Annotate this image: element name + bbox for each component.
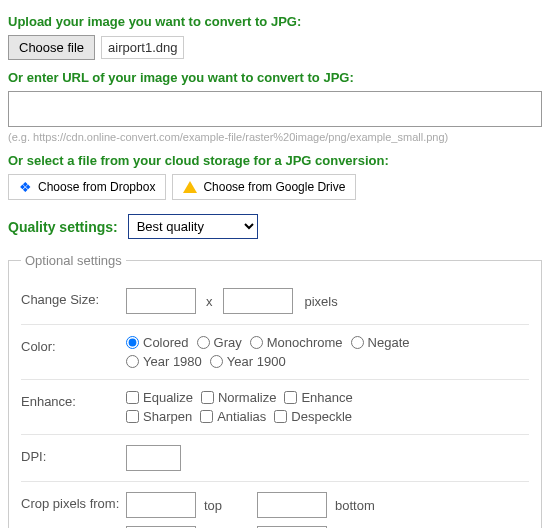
divider (21, 379, 529, 380)
color-text: Monochrome (267, 335, 343, 350)
divider (21, 481, 529, 482)
cb-equalize[interactable] (126, 391, 139, 404)
crop-top-label: top (204, 498, 249, 513)
radio-monochrome[interactable] (250, 336, 263, 349)
quality-label: Quality settings: (8, 219, 118, 235)
color-option-year1980[interactable]: Year 1980 (126, 354, 202, 369)
enhance-sharpen[interactable]: Sharpen (126, 409, 192, 424)
chosen-filename: airport1.dng (101, 36, 184, 59)
enhance-text: Enhance (301, 390, 352, 405)
cb-enhance[interactable] (284, 391, 297, 404)
radio-colored[interactable] (126, 336, 139, 349)
enhance-label: Enhance: (21, 390, 126, 409)
crop-row: Crop pixels from: top bottom left right (21, 492, 529, 528)
crop-label: Crop pixels from: (21, 492, 126, 511)
choose-file-button[interactable]: Choose file (8, 35, 95, 60)
optional-fieldset: Optional settings Change Size: x pixels … (8, 253, 542, 528)
cb-despeckle[interactable] (274, 410, 287, 423)
color-option-year1900[interactable]: Year 1900 (210, 354, 286, 369)
gdrive-button[interactable]: Choose from Google Drive (172, 174, 356, 200)
dropbox-button[interactable]: ❖ Choose from Dropbox (8, 174, 166, 200)
gdrive-icon (183, 181, 197, 193)
color-text: Year 1980 (143, 354, 202, 369)
url-title: Or enter URL of your image you want to c… (8, 70, 542, 85)
color-option-negate[interactable]: Negate (351, 335, 410, 350)
size-unit: pixels (305, 294, 338, 309)
color-text: Year 1900 (227, 354, 286, 369)
color-text: Gray (214, 335, 242, 350)
dpi-label: DPI: (21, 445, 126, 464)
radio-gray[interactable] (197, 336, 210, 349)
divider (21, 324, 529, 325)
color-option-monochrome[interactable]: Monochrome (250, 335, 343, 350)
change-size-row: Change Size: x pixels (21, 288, 529, 314)
crop-top-input[interactable] (126, 492, 196, 518)
enhance-text: Despeckle (291, 409, 352, 424)
color-text: Colored (143, 335, 189, 350)
color-label: Color: (21, 335, 126, 354)
crop-bottom-input[interactable] (257, 492, 327, 518)
crop-bottom-label: bottom (335, 498, 380, 513)
enhance-text: Antialias (217, 409, 266, 424)
gdrive-label: Choose from Google Drive (203, 180, 345, 194)
dpi-input[interactable] (126, 445, 181, 471)
radio-year1980[interactable] (126, 355, 139, 368)
upload-title: Upload your image you want to convert to… (8, 14, 542, 29)
cb-normalize[interactable] (201, 391, 214, 404)
x-separator: x (206, 294, 213, 309)
enhance-text: Sharpen (143, 409, 192, 424)
radio-year1900[interactable] (210, 355, 223, 368)
cloud-row: ❖ Choose from Dropbox Choose from Google… (8, 174, 542, 200)
width-input[interactable] (126, 288, 196, 314)
color-option-colored[interactable]: Colored (126, 335, 189, 350)
color-text: Negate (368, 335, 410, 350)
file-row: Choose file airport1.dng (8, 35, 542, 60)
enhance-despeckle[interactable]: Despeckle (274, 409, 352, 424)
dropbox-icon: ❖ (19, 180, 32, 194)
url-input[interactable] (8, 91, 542, 127)
quality-select[interactable]: Best quality (128, 214, 258, 239)
change-size-label: Change Size: (21, 288, 126, 307)
color-row: Color: Colored Gray Monochrome Negate Ye… (21, 335, 529, 369)
cloud-title: Or select a file from your cloud storage… (8, 153, 542, 168)
enhance-text: Normalize (218, 390, 277, 405)
enhance-enhance[interactable]: Enhance (284, 390, 352, 405)
height-input[interactable] (223, 288, 293, 314)
dpi-row: DPI: (21, 445, 529, 471)
enhance-normalize[interactable]: Normalize (201, 390, 277, 405)
divider (21, 434, 529, 435)
optional-legend: Optional settings (21, 253, 126, 268)
color-option-gray[interactable]: Gray (197, 335, 242, 350)
dropbox-label: Choose from Dropbox (38, 180, 155, 194)
enhance-antialias[interactable]: Antialias (200, 409, 266, 424)
enhance-text: Equalize (143, 390, 193, 405)
cb-antialias[interactable] (200, 410, 213, 423)
quality-row: Quality settings: Best quality (8, 214, 542, 239)
enhance-equalize[interactable]: Equalize (126, 390, 193, 405)
cb-sharpen[interactable] (126, 410, 139, 423)
url-hint: (e.g. https://cdn.online-convert.com/exa… (8, 131, 542, 143)
enhance-row: Enhance: Equalize Normalize Enhance Shar… (21, 390, 529, 424)
radio-negate[interactable] (351, 336, 364, 349)
